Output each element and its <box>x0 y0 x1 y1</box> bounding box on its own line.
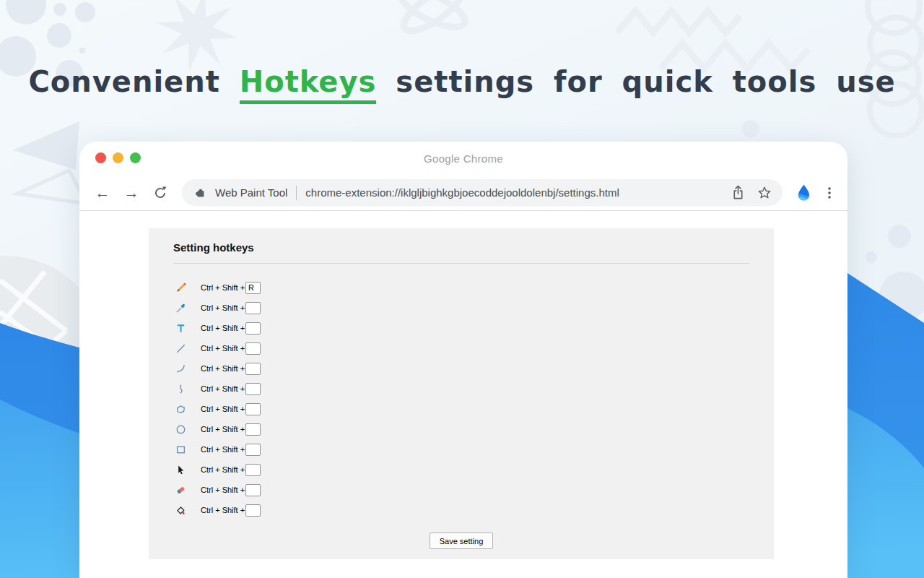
pencil-tool-icon <box>175 282 186 293</box>
settings-page: Setting hotkeys Ctrl + Shift + Ctrl + Sh… <box>79 228 847 578</box>
hotkey-label: Ctrl + Shift + <box>201 425 245 434</box>
hotkey-label: Ctrl + Shift + <box>201 465 245 474</box>
panel-heading: Setting hotkeys <box>173 241 749 254</box>
hotkey-row: Ctrl + Shift + <box>175 358 749 379</box>
hotkey-input[interactable] <box>245 322 261 335</box>
hotkey-label: Ctrl + Shift + <box>201 486 245 494</box>
hotkey-input[interactable] <box>245 403 261 415</box>
hotkey-label: Ctrl + Shift + <box>201 364 245 373</box>
headline-highlight: Hotkeys <box>240 66 377 104</box>
browser-window: Google Chrome ← → Web Paint Tool chrome-… <box>79 142 847 578</box>
hotkey-row: Ctrl + Shift + <box>175 480 749 500</box>
hotkey-row: Ctrl + Shift + <box>175 439 749 460</box>
minimize-window-button[interactable] <box>113 152 123 163</box>
hotkey-row: Ctrl + Shift + <box>175 460 749 480</box>
hotkey-label: Ctrl + Shift + <box>201 445 245 454</box>
hotkey-label: Ctrl + Shift + <box>201 506 245 514</box>
browser-menu-icon[interactable] <box>822 185 837 201</box>
hotkey-input[interactable] <box>245 504 261 517</box>
line-tool-icon <box>175 343 186 354</box>
web-paint-extension-icon[interactable] <box>795 184 813 202</box>
hotkeys-panel: Setting hotkeys Ctrl + Shift + Ctrl + Sh… <box>149 228 774 559</box>
cursor-tool-icon <box>175 465 186 475</box>
reload-button[interactable] <box>152 183 169 203</box>
hotkey-row: Ctrl + Shift + <box>175 500 749 520</box>
hotkey-input[interactable] <box>245 444 261 456</box>
hotkey-row: Ctrl + Shift + <box>175 399 749 419</box>
hotkey-input[interactable] <box>245 383 261 395</box>
hotkey-row: Ctrl + Shift + <box>175 338 749 358</box>
hotkey-label: Ctrl + Shift + <box>201 405 245 413</box>
atom-shape <box>396 0 469 38</box>
hotkey-rows: Ctrl + Shift + Ctrl + Shift + Ctrl + Shi… <box>175 277 749 520</box>
hotkey-label: Ctrl + Shift + <box>201 303 245 312</box>
hotkey-input[interactable] <box>245 423 261 436</box>
hotkey-row: Ctrl + Shift + <box>175 277 749 298</box>
back-button[interactable]: ← <box>94 183 111 203</box>
browser-toolbar: ← → Web Paint Tool chrome-extension://ik… <box>79 175 847 211</box>
hotkey-input[interactable] <box>245 282 261 294</box>
polygon-tool-icon <box>175 404 186 415</box>
ellipse-tool-icon <box>175 424 186 435</box>
hotkey-row: Ctrl + Shift + <box>175 318 749 338</box>
hotkey-label: Ctrl + Shift + <box>201 283 245 292</box>
headline-pre: Convenient <box>28 65 219 98</box>
headline: Convenient Hotkeys settings for quick to… <box>0 65 924 104</box>
hotkey-input[interactable] <box>245 363 261 375</box>
extension-puzzle-icon <box>194 186 206 199</box>
address-bar[interactable]: Web Paint Tool chrome-extension://iklglj… <box>182 179 783 206</box>
eraser-tool-icon <box>175 485 186 496</box>
window-title: Google Chrome <box>424 152 503 165</box>
hotkey-input[interactable] <box>245 302 261 314</box>
fill-tool-icon <box>175 505 186 516</box>
hotkey-input[interactable] <box>245 464 261 476</box>
hotkey-row: Ctrl + Shift + <box>175 379 749 399</box>
eyedropper-tool-icon <box>175 303 186 314</box>
hotkey-label: Ctrl + Shift + <box>201 324 245 332</box>
hotkey-input[interactable] <box>245 342 261 355</box>
hotkey-row: Ctrl + Shift + <box>175 298 749 318</box>
page-url: chrome-extension://iklgljbighkgbjoecodde… <box>305 186 619 199</box>
curve-tool-icon <box>175 363 186 374</box>
hotkey-row: Ctrl + Shift + <box>175 419 749 439</box>
reload-icon <box>153 186 167 200</box>
hotkey-input[interactable] <box>245 484 261 496</box>
close-window-button[interactable] <box>95 152 106 163</box>
text-tool-icon <box>175 323 186 334</box>
forward-button[interactable]: → <box>123 183 140 203</box>
title-bar: Google Chrome <box>79 142 847 175</box>
extension-name: Web Paint Tool <box>215 186 287 199</box>
panel-divider <box>173 263 749 264</box>
rectangle-tool-icon <box>175 444 186 455</box>
traffic-lights <box>95 152 141 163</box>
save-setting-button[interactable]: Save setting <box>430 532 493 549</box>
zoom-window-button[interactable] <box>130 152 141 163</box>
bookmark-star-icon[interactable] <box>757 185 772 201</box>
hotkey-label: Ctrl + Shift + <box>201 384 245 393</box>
headline-post: settings for quick tools use <box>396 65 895 98</box>
omnibox-separator <box>296 186 297 200</box>
share-icon[interactable] <box>731 184 745 201</box>
squiggle-tool-icon <box>175 384 186 394</box>
starburst-shape <box>156 0 238 72</box>
hotkey-label: Ctrl + Shift + <box>201 344 245 353</box>
